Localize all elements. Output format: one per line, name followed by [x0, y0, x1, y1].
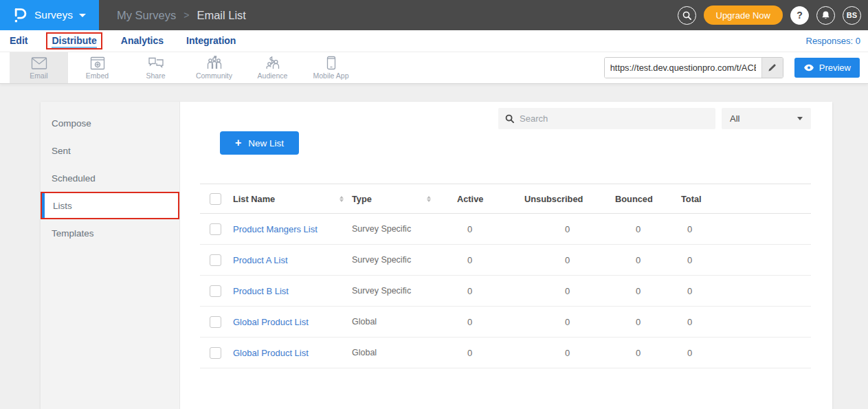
unsubscribed-count: 0 [509, 317, 612, 327]
bounced-count: 0 [612, 224, 674, 234]
tab-distribute[interactable]: Distribute [46, 32, 102, 49]
checkbox-cell [200, 254, 227, 266]
email-sidebar: Compose Sent Scheduled Lists Templates [41, 102, 180, 409]
row-checkbox[interactable] [210, 254, 221, 266]
list-type: Global [348, 317, 435, 327]
sidebar-item-sent[interactable]: Sent [41, 137, 179, 164]
table-row: Global Product List Global 0 0 0 0 [200, 338, 811, 368]
active-count: 0 [435, 348, 509, 358]
total-count: 0 [674, 348, 811, 358]
column-header-active: Active [435, 194, 509, 204]
top-bar: Surveys My Surveys > Email List Upgrade … [0, 0, 868, 30]
row-checkbox[interactable] [210, 347, 221, 359]
list-name-cell: Global Product List [227, 348, 348, 358]
toolbar-right: Preview [604, 52, 868, 83]
checkbox-cell [200, 285, 227, 297]
column-header-type[interactable]: Type [348, 194, 435, 204]
tab-integration[interactable]: Integration [186, 34, 236, 48]
toolbar-item-label: Audience [258, 71, 288, 80]
list-name-link[interactable]: Global Product List [233, 317, 309, 327]
checkbox-cell [200, 316, 227, 328]
list-name-link[interactable]: Product B List [233, 286, 289, 296]
checkbox-cell [200, 347, 227, 359]
checkbox-cell [200, 223, 227, 235]
table-row: Product B List Survey Specific 0 0 0 0 [200, 276, 811, 307]
eye-icon [803, 64, 814, 71]
list-name-link[interactable]: Product Mangers List [233, 224, 318, 234]
search-icon[interactable] [678, 6, 696, 25]
email-lists-card: Compose Sent Scheduled Lists Templates A… [41, 102, 832, 409]
help-icon[interactable]: ? [790, 6, 809, 25]
new-list-button[interactable]: + New List [220, 131, 299, 155]
sidebar-item-compose[interactable]: Compose [41, 109, 179, 137]
sidebar-item-templates[interactable]: Templates [41, 219, 179, 247]
active-count: 0 [435, 286, 509, 296]
list-type: Survey Specific [348, 224, 435, 234]
toolbar-item-email[interactable]: Email [10, 52, 68, 83]
row-checkbox[interactable] [210, 285, 221, 297]
bell-icon[interactable] [816, 6, 835, 25]
breadcrumb-current: Email List [197, 9, 246, 22]
bounced-count: 0 [612, 317, 674, 327]
lists-table: List Name Type Active Unsubscribed Bounc… [200, 184, 811, 368]
avatar[interactable]: BS [843, 6, 861, 25]
search-input[interactable] [520, 113, 709, 124]
bounced-count: 0 [612, 255, 674, 265]
chevron-down-icon [797, 117, 803, 120]
unsubscribed-count: 0 [509, 286, 612, 296]
toolbar-item-audience[interactable]: Audience [243, 52, 302, 83]
email-envelope-icon [31, 56, 47, 70]
responses-count[interactable]: Responses: 0 [806, 36, 868, 46]
upgrade-now-button[interactable]: Upgrade Now [704, 5, 783, 25]
list-type: Survey Specific [348, 286, 435, 296]
product-switcher[interactable]: Surveys [0, 0, 99, 30]
search-box [498, 108, 715, 129]
list-filter-dropdown[interactable]: All [722, 108, 811, 129]
list-name-link[interactable]: Global Product List [233, 348, 309, 358]
sidebar-item-lists-label: Lists [53, 201, 72, 211]
column-header-bounced: Bounced [612, 194, 674, 204]
unsubscribed-count: 0 [509, 255, 612, 265]
select-all-cell [200, 193, 227, 205]
select-all-checkbox[interactable] [210, 193, 221, 205]
bounced-count: 0 [612, 348, 674, 358]
active-count: 0 [435, 317, 509, 327]
row-checkbox[interactable] [210, 223, 221, 235]
list-type: Global [348, 348, 435, 357]
list-name-cell: Product B List [227, 286, 348, 296]
preview-button[interactable]: Preview [794, 58, 860, 78]
list-name-link[interactable]: Product A List [233, 255, 288, 265]
survey-nav-tabs: Edit Distribute Analytics Integration Re… [0, 30, 868, 52]
sidebar-item-scheduled[interactable]: Scheduled [41, 164, 179, 192]
column-header-list-name[interactable]: List Name [227, 194, 348, 204]
bounced-count: 0 [612, 286, 674, 296]
toolbar-item-community[interactable]: Community [185, 52, 243, 83]
table-row: Product A List Survey Specific 0 0 0 0 [200, 245, 811, 276]
active-indicator-bar [42, 193, 45, 218]
filter-row: All [200, 108, 811, 129]
preview-label: Preview [819, 63, 851, 73]
tab-edit[interactable]: Edit [10, 34, 27, 48]
row-checkbox[interactable] [210, 316, 221, 328]
unsubscribed-count: 0 [509, 224, 612, 234]
toolbar-item-share[interactable]: Share [126, 52, 185, 83]
survey-url-input[interactable] [605, 58, 761, 78]
breadcrumb-my-surveys[interactable]: My Surveys [117, 9, 176, 22]
sort-icon [340, 196, 344, 202]
edit-url-button[interactable] [761, 58, 783, 78]
total-count: 0 [674, 255, 811, 265]
tab-analytics[interactable]: Analytics [121, 34, 164, 48]
table-row: Product Mangers List Survey Specific 0 0… [200, 214, 811, 245]
new-list-label: New List [248, 138, 284, 148]
pencil-icon [768, 63, 777, 72]
sort-icon [427, 196, 431, 202]
column-header-total: Total [674, 194, 811, 204]
chevron-down-icon [79, 14, 86, 17]
sidebar-item-lists[interactable]: Lists [41, 192, 179, 219]
product-label: Surveys [34, 9, 73, 21]
unsubscribed-count: 0 [509, 348, 612, 358]
toolbar-item-label: Embed [86, 71, 109, 80]
toolbar-item-embed[interactable]: Embed [68, 52, 126, 83]
lists-main-panel: All + New List List Name Type [180, 102, 832, 409]
toolbar-item-mobile-app[interactable]: Mobile App [302, 52, 360, 83]
